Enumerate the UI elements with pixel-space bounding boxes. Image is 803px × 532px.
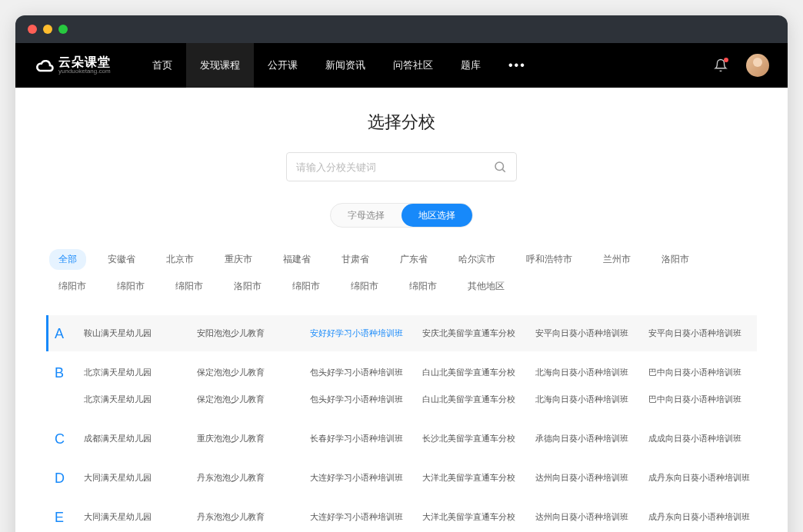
school-item[interactable]: 大连好学习小语种培训班 xyxy=(305,464,418,491)
region-chip[interactable]: 其他地区 xyxy=(458,276,514,297)
letter-section: E大同满天星幼儿园丹东泡泡少儿教育大连好学习小语种培训班大洋北美留学直通车分校达… xyxy=(46,499,757,532)
avatar[interactable] xyxy=(746,54,769,77)
school-item[interactable]: 大连好学习小语种培训班 xyxy=(305,504,418,530)
region-chip[interactable]: 安徽省 xyxy=(98,249,145,270)
top-nav: 云朵课堂 yunduoketang.com 首页发现课程公开课新闻资讯问答社区题… xyxy=(15,43,788,88)
school-item[interactable]: 达州向日葵小语种培训班 xyxy=(531,504,644,530)
window-minimize-button[interactable] xyxy=(43,25,52,34)
cloud-icon xyxy=(34,55,55,76)
letter-label: A xyxy=(48,315,79,351)
toggle-region[interactable]: 地区选择 xyxy=(402,204,472,227)
school-item[interactable]: 成丹东向日葵小语种培训班 xyxy=(644,464,757,491)
school-item[interactable]: 成丹东向日葵小语种培训班 xyxy=(644,504,757,530)
region-chip[interactable]: 洛阳市 xyxy=(225,276,271,297)
school-item[interactable]: 包头好学习小语种培训班 xyxy=(305,359,418,386)
region-chip[interactable]: 重庆市 xyxy=(215,249,262,270)
nav-item[interactable]: 问答社区 xyxy=(379,43,447,88)
school-item[interactable]: 北京满天星幼儿园 xyxy=(79,359,192,386)
window-maximize-button[interactable] xyxy=(58,25,68,34)
letter-section: B北京满天星幼儿园保定泡泡少儿教育包头好学习小语种培训班白山北美留学直通车分校北… xyxy=(46,354,757,417)
school-item[interactable]: 鞍山满天星幼儿园 xyxy=(79,320,192,347)
region-chip[interactable]: 广东省 xyxy=(391,249,437,270)
nav-item[interactable]: 题库 xyxy=(447,43,495,88)
school-item[interactable]: 保定泡泡少儿教育 xyxy=(192,359,305,386)
school-item[interactable]: 北海向日葵小语种培训班 xyxy=(531,359,644,386)
school-item[interactable]: 北海向日葵小语种培训班 xyxy=(531,386,644,413)
school-item[interactable]: 大洋北美留学直通车分校 xyxy=(418,504,531,530)
toggle-group: 字母选择 地区选择 xyxy=(330,203,473,228)
nav-item[interactable]: 新闻资讯 xyxy=(312,43,379,88)
school-item[interactable]: 丹东泡泡少儿教育 xyxy=(192,464,305,491)
school-list: 大同满天星幼儿园丹东泡泡少儿教育大连好学习小语种培训班大洋北美留学直通车分校达州… xyxy=(79,499,757,532)
school-item[interactable]: 白山北美留学直通车分校 xyxy=(418,359,531,386)
letter-section: D大同满天星幼儿园丹东泡泡少儿教育大连好学习小语种培训班大洋北美留学直通车分校达… xyxy=(46,460,757,496)
school-item[interactable]: 安平向日葵小语种培训班 xyxy=(644,320,757,347)
content-area: 选择分校 字母选择 地区选择 全部安徽省北京市重庆市福建省甘肃省广东省哈尔滨市呼… xyxy=(15,88,788,532)
school-item[interactable]: 大洋北美留学直通车分校 xyxy=(418,464,531,491)
school-item[interactable]: 重庆泡泡少儿教育 xyxy=(192,425,305,452)
school-list: 成都满天星幼儿园重庆泡泡少儿教育长春好学习小语种培训班长沙北美留学直通车分校承德… xyxy=(79,421,757,457)
nav-item[interactable]: 公开课 xyxy=(254,43,312,88)
logo-text: 云朵课堂 xyxy=(58,56,111,68)
region-chip[interactable]: 福建省 xyxy=(274,249,320,270)
notification-badge xyxy=(724,58,728,62)
region-chip[interactable]: 甘肃省 xyxy=(332,249,378,270)
region-chip[interactable]: 哈尔滨市 xyxy=(449,249,505,270)
school-item[interactable]: 长沙北美留学直通车分校 xyxy=(418,425,531,452)
svg-line-1 xyxy=(502,169,505,171)
toggle-row: 字母选择 地区选择 xyxy=(46,203,757,228)
school-item[interactable]: 白山北美留学直通车分校 xyxy=(418,386,531,413)
school-item[interactable]: 包头好学习小语种培训班 xyxy=(305,386,418,413)
school-item[interactable]: 长春好学习小语种培训班 xyxy=(305,425,418,452)
school-list: 鞍山满天星幼儿园安阳泡泡少儿教育安好好学习小语种培训班安庆北美留学直通车分校安平… xyxy=(79,315,757,351)
region-chip[interactable]: 绵阳市 xyxy=(283,276,329,297)
school-item[interactable]: 成成向日葵小语种培训班 xyxy=(644,425,757,452)
school-item[interactable]: 安阳泡泡少儿教育 xyxy=(192,320,305,347)
search-icon[interactable] xyxy=(493,160,507,174)
school-item[interactable]: 北京满天星幼儿园 xyxy=(79,386,192,413)
region-chip[interactable]: 绵阳市 xyxy=(400,276,446,297)
toggle-alpha[interactable]: 字母选择 xyxy=(331,204,402,227)
region-chip[interactable]: 绵阳市 xyxy=(166,276,212,297)
school-item[interactable]: 成都满天星幼儿园 xyxy=(79,425,192,452)
region-chip[interactable]: 洛阳市 xyxy=(652,249,698,270)
school-item[interactable]: 安庆北美留学直通车分校 xyxy=(418,320,531,347)
school-list: 大同满天星幼儿园丹东泡泡少儿教育大连好学习小语种培训班大洋北美留学直通车分校达州… xyxy=(79,460,757,496)
school-item[interactable]: 大同满天星幼儿园 xyxy=(79,504,192,530)
page-title: 选择分校 xyxy=(46,111,757,134)
svg-point-0 xyxy=(495,162,504,171)
school-list: 北京满天星幼儿园保定泡泡少儿教育包头好学习小语种培训班白山北美留学直通车分校北海… xyxy=(79,354,757,417)
region-filter: 全部安徽省北京市重庆市福建省甘肃省广东省哈尔滨市呼和浩特市兰州市洛阳市绵阳市绵阳… xyxy=(46,249,757,297)
region-chip[interactable]: 绵阳市 xyxy=(49,276,95,297)
letter-label: C xyxy=(48,421,79,457)
nav-more[interactable]: ••• xyxy=(495,58,540,72)
region-chip[interactable]: 全部 xyxy=(49,249,86,270)
region-chip[interactable]: 兰州市 xyxy=(594,249,640,270)
school-item[interactable]: 保定泡泡少儿教育 xyxy=(192,386,305,413)
school-item[interactable]: 安平向日葵小语种培训班 xyxy=(531,320,644,347)
letter-label: B xyxy=(48,354,79,417)
nav-item[interactable]: 首页 xyxy=(138,43,186,88)
nav-item[interactable]: 发现课程 xyxy=(186,43,254,88)
school-item[interactable]: 丹东泡泡少儿教育 xyxy=(192,504,305,530)
logo[interactable]: 云朵课堂 yunduoketang.com xyxy=(34,55,111,76)
logo-subtext: yunduoketang.com xyxy=(58,68,111,75)
titlebar xyxy=(15,15,788,43)
region-chip[interactable]: 呼和浩特市 xyxy=(517,249,581,270)
window-close-button[interactable] xyxy=(28,25,37,34)
app-window: 云朵课堂 yunduoketang.com 首页发现课程公开课新闻资讯问答社区题… xyxy=(15,15,788,532)
search-box xyxy=(286,152,517,181)
school-item[interactable]: 巴中向日葵小语种培训班 xyxy=(644,359,757,386)
region-chip[interactable]: 绵阳市 xyxy=(342,276,388,297)
region-chip[interactable]: 绵阳市 xyxy=(108,276,154,297)
school-item[interactable]: 达州向日葵小语种培训班 xyxy=(531,464,644,491)
nav-items: 首页发现课程公开课新闻资讯问答社区题库 xyxy=(138,43,495,88)
notification-bell[interactable] xyxy=(714,58,728,72)
school-item[interactable]: 安好好学习小语种培训班 xyxy=(305,320,418,347)
search-input[interactable] xyxy=(296,161,493,173)
school-item[interactable]: 巴中向日葵小语种培训班 xyxy=(644,386,757,413)
letter-section: C成都满天星幼儿园重庆泡泡少儿教育长春好学习小语种培训班长沙北美留学直通车分校承… xyxy=(46,421,757,457)
school-item[interactable]: 大同满天星幼儿园 xyxy=(79,464,192,491)
school-item[interactable]: 承德向日葵小语种培训班 xyxy=(531,425,644,452)
region-chip[interactable]: 北京市 xyxy=(157,249,203,270)
